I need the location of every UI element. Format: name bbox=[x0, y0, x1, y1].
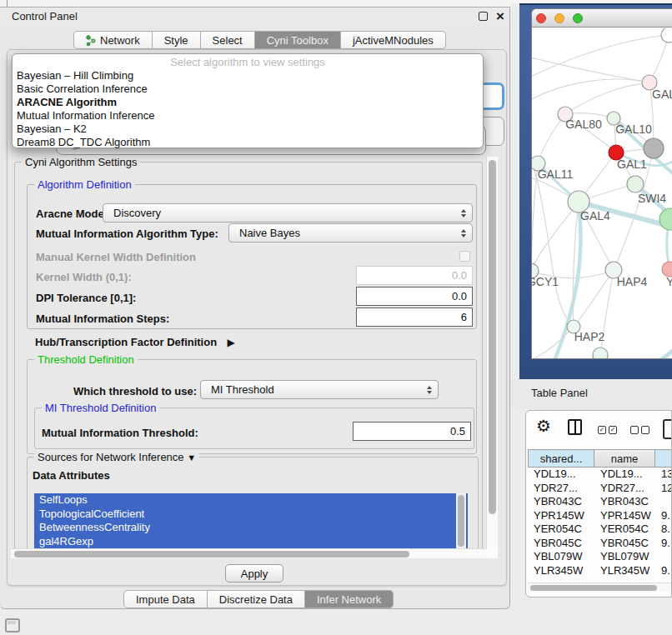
table-row[interactable]: YDL19...YDL19...13 bbox=[528, 468, 672, 482]
table-cell[interactable]: YER054C bbox=[528, 522, 594, 537]
network-window-titlebar[interactable] bbox=[532, 9, 672, 28]
table-cell[interactable]: YIL052C bbox=[594, 578, 655, 578]
table-cell[interactable]: YDR27... bbox=[528, 482, 594, 496]
tab-select[interactable]: Select bbox=[201, 31, 255, 49]
mi-steps-field[interactable]: 6 bbox=[356, 308, 473, 327]
scrollbar-thumb[interactable] bbox=[458, 495, 464, 547]
panel-icon[interactable] bbox=[663, 419, 672, 439]
table-cell[interactable]: YDL19... bbox=[594, 468, 655, 482]
table-cell[interactable]: YBR045C bbox=[594, 537, 655, 551]
table-cell[interactable]: 12 bbox=[655, 482, 672, 496]
dpi-tolerance-field[interactable]: 0.0 bbox=[356, 287, 473, 306]
algorithm-option[interactable]: Bayesian – Hill Climbing bbox=[13, 69, 483, 82]
column-header-shared-name[interactable]: shared... bbox=[528, 449, 594, 468]
table-cell[interactable]: YIL052C bbox=[528, 578, 594, 578]
table-row[interactable]: YPR145WYPR145W9. bbox=[528, 509, 672, 523]
aracne-mode-select[interactable]: Discovery bbox=[103, 203, 473, 222]
network-node[interactable] bbox=[661, 28, 672, 42]
horizontal-scrollbar[interactable] bbox=[11, 548, 486, 558]
scrollbar-thumb[interactable] bbox=[489, 160, 496, 514]
table-cell[interactable]: YDL19... bbox=[528, 468, 594, 482]
mi-threshold-field[interactable]: 0.5 bbox=[353, 422, 471, 441]
network-node[interactable] bbox=[593, 348, 608, 359]
deselect-all-checkboxes-icon[interactable] bbox=[630, 426, 649, 434]
zoom-traffic-light-icon[interactable] bbox=[573, 13, 583, 23]
table-cell[interactable]: 9. bbox=[655, 537, 672, 551]
table-cell[interactable]: YBL079W bbox=[594, 550, 655, 564]
table-cell[interactable]: YLR345W bbox=[594, 564, 655, 578]
algorithm-option[interactable]: Dream8 DC_TDC Algorithm bbox=[13, 136, 483, 149]
table-row[interactable]: YDR27...YDR27...12 bbox=[528, 482, 672, 496]
vertical-scrollbar[interactable] bbox=[486, 157, 498, 548]
column-header-partial[interactable] bbox=[655, 449, 672, 468]
tab-style[interactable]: Style bbox=[153, 31, 201, 49]
table-cell[interactable]: YDR27... bbox=[594, 482, 655, 496]
network-node[interactable] bbox=[627, 176, 644, 192]
table-cell[interactable]: YBR043C bbox=[528, 495, 594, 509]
network-canvas[interactable]: GALGAL80GAL10GAL1GAL11SWI4GAL4GCY1HAP4YH… bbox=[532, 28, 672, 359]
hub-definition-toggle[interactable]: Hub/Transcription Factor Definition ▶ bbox=[35, 334, 235, 349]
scrollbar-thumb[interactable] bbox=[14, 551, 409, 558]
attributes-scrollbar[interactable] bbox=[456, 493, 466, 549]
apply-button[interactable]: Apply bbox=[225, 564, 283, 582]
attribute-item[interactable]: TopologicalCoefficient bbox=[34, 508, 468, 522]
tab-style-label: Style bbox=[164, 34, 188, 47]
table-cell[interactable]: YBR043C bbox=[594, 495, 655, 509]
table-row[interactable]: YER054CYER054C8. bbox=[528, 522, 672, 537]
data-attributes-list[interactable]: SelfLoopsTopologicalCoefficientBetweenne… bbox=[34, 493, 468, 549]
network-node-label: GAL80 bbox=[565, 118, 602, 131]
tab-discretize-data[interactable]: Discretize Data bbox=[208, 590, 305, 608]
table-row[interactable]: YIL052CYIL052C9 bbox=[528, 578, 672, 578]
close-icon[interactable]: × bbox=[496, 8, 504, 25]
table-cell[interactable]: YBL079W bbox=[528, 550, 594, 564]
select-all-checkboxes-icon[interactable]: ✓ ✓ bbox=[598, 426, 617, 434]
kernel-width-field[interactable]: 0.0 bbox=[356, 266, 473, 285]
settings-viewport: Cyni Algorithm Settings Algorithm Defini… bbox=[11, 157, 499, 558]
scrollbar-thumb[interactable] bbox=[530, 585, 657, 591]
dock-icon[interactable] bbox=[5, 618, 20, 632]
tab-infer-network[interactable]: Infer Network bbox=[305, 590, 394, 608]
table-row[interactable]: YBR045CYBR045C9. bbox=[528, 537, 672, 551]
split-columns-icon[interactable] bbox=[568, 419, 582, 435]
attribute-item[interactable]: SelfLoops bbox=[34, 493, 468, 508]
table-cell[interactable]: 9 bbox=[655, 578, 672, 578]
close-traffic-light-icon[interactable] bbox=[536, 13, 546, 23]
table-cell[interactable]: YPR145W bbox=[528, 509, 594, 523]
table-cell[interactable] bbox=[655, 495, 672, 509]
network-node[interactable] bbox=[659, 208, 672, 230]
float-window-icon[interactable] bbox=[479, 12, 488, 21]
table-cell[interactable]: YPR145W bbox=[594, 509, 655, 523]
manual-kernel-checkbox[interactable] bbox=[459, 251, 470, 262]
table-row[interactable]: YBL079WYBL079W bbox=[528, 550, 672, 564]
mi-threshold-value: 0.5 bbox=[450, 425, 465, 438]
table-cell[interactable]: 9. bbox=[655, 564, 672, 578]
algorithm-option[interactable]: ARACNE Algorithm bbox=[13, 96, 483, 109]
algorithm-option[interactable]: Mutual Information Inference bbox=[13, 109, 483, 122]
algorithm-option[interactable]: Basic Correlation Inference bbox=[13, 82, 483, 96]
gear-icon[interactable]: ⚙ bbox=[536, 416, 551, 436]
table-row[interactable]: YBR043CYBR043C bbox=[528, 495, 672, 509]
tab-jactivemnodules[interactable]: jActiveMNodules bbox=[341, 31, 446, 49]
attribute-item[interactable]: BetweennessCentrality bbox=[34, 521, 468, 535]
mi-type-select[interactable]: Naive Bayes bbox=[228, 223, 473, 242]
collapse-arrow-icon[interactable]: ▼ bbox=[187, 452, 196, 462]
network-node[interactable] bbox=[644, 138, 664, 158]
minimize-traffic-light-icon[interactable] bbox=[554, 13, 564, 23]
attribute-item[interactable]: gal4RGexp bbox=[34, 535, 468, 549]
table-cell[interactable]: YBR045C bbox=[528, 537, 594, 551]
which-threshold-select[interactable]: MI Threshold bbox=[200, 380, 439, 399]
column-header-name[interactable]: name bbox=[594, 449, 655, 468]
algorithm-option[interactable]: Bayesian – K2 bbox=[13, 122, 483, 136]
tab-cyni-toolbox[interactable]: Cyni Toolbox bbox=[255, 31, 341, 49]
table-cell[interactable]: YLR345W bbox=[528, 564, 594, 578]
tab-impute-data[interactable]: Impute Data bbox=[123, 590, 208, 608]
table-cell[interactable]: 13 bbox=[655, 468, 672, 482]
table-cell[interactable]: 9. bbox=[655, 509, 672, 523]
table-cell[interactable] bbox=[655, 550, 672, 564]
table-cell[interactable]: 8. bbox=[655, 522, 672, 537]
table-row[interactable]: YLR345WYLR345W9. bbox=[528, 564, 672, 578]
dpi-tolerance-label: DPI Tolerance [0,1]: bbox=[36, 292, 136, 304]
table-horizontal-scrollbar[interactable] bbox=[528, 582, 671, 592]
table-cell[interactable]: YER054C bbox=[594, 522, 655, 537]
tab-network[interactable]: Network bbox=[73, 31, 153, 49]
